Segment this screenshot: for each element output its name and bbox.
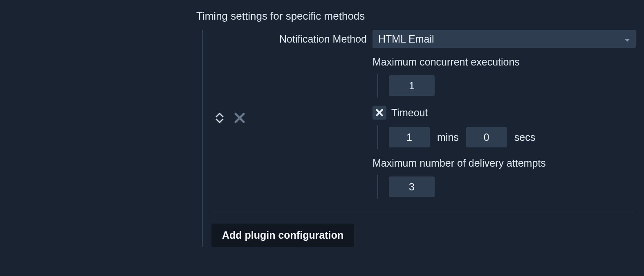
sort-handle[interactable] [215,113,224,123]
row-controls [211,30,258,124]
timeout-mins-input[interactable] [389,127,430,147]
config-row: Notification Method HTML Email Maximum c… [211,30,636,211]
timeout-input-wrap: mins secs [377,125,636,149]
timeout-label-row: Timeout [372,106,636,120]
notification-method-value: HTML Email [378,33,434,45]
remove-button[interactable] [233,112,246,124]
max-concurrent-input-wrap [377,74,636,97]
config-fields: Notification Method HTML Email Maximum c… [258,30,636,199]
timeout-checkbox[interactable] [372,106,386,120]
timeout-section: Timeout mins secs [372,106,636,149]
max-concurrent-input[interactable] [389,75,435,96]
timeout-secs-input[interactable] [466,127,507,147]
notification-method-select[interactable]: HTML Email [372,30,636,48]
max-attempts-input-wrap [377,175,636,199]
max-concurrent-section: Maximum concurrent executions [372,56,636,97]
notification-method-label: Notification Method [258,33,372,45]
max-concurrent-label: Maximum concurrent executions [372,56,636,68]
dropdown-caret-icon [624,33,630,45]
notification-method-row: Notification Method HTML Email [258,30,636,48]
secs-unit-label: secs [514,131,535,143]
max-attempts-section: Maximum number of delivery attempts [372,157,636,199]
close-icon [233,112,246,124]
chevron-down-icon [215,118,224,123]
mins-unit-label: mins [437,131,459,143]
config-block: Notification Method HTML Email Maximum c… [202,30,636,247]
chevron-up-icon [215,113,224,118]
max-attempts-input[interactable] [389,176,435,197]
timeout-label: Timeout [391,107,428,119]
section-title: Timing settings for specific methods [196,10,636,23]
max-attempts-label: Maximum number of delivery attempts [372,157,636,169]
x-mark-icon [375,109,384,117]
add-plugin-button[interactable]: Add plugin configuration [211,224,354,247]
